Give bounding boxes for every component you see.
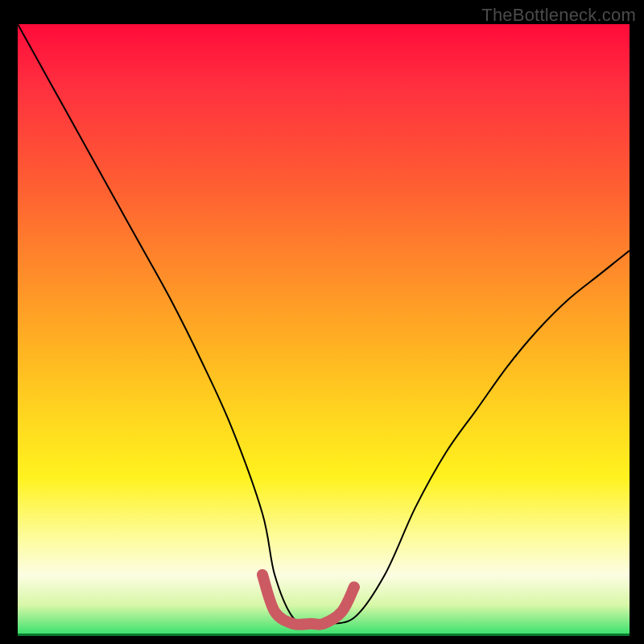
curve-svg [18, 24, 630, 636]
chart-frame: TheBottleneck.com [0, 0, 644, 644]
bottleneck-curve [18, 24, 630, 625]
plot-area [18, 24, 630, 636]
watermark-label: TheBottleneck.com [481, 5, 636, 26]
